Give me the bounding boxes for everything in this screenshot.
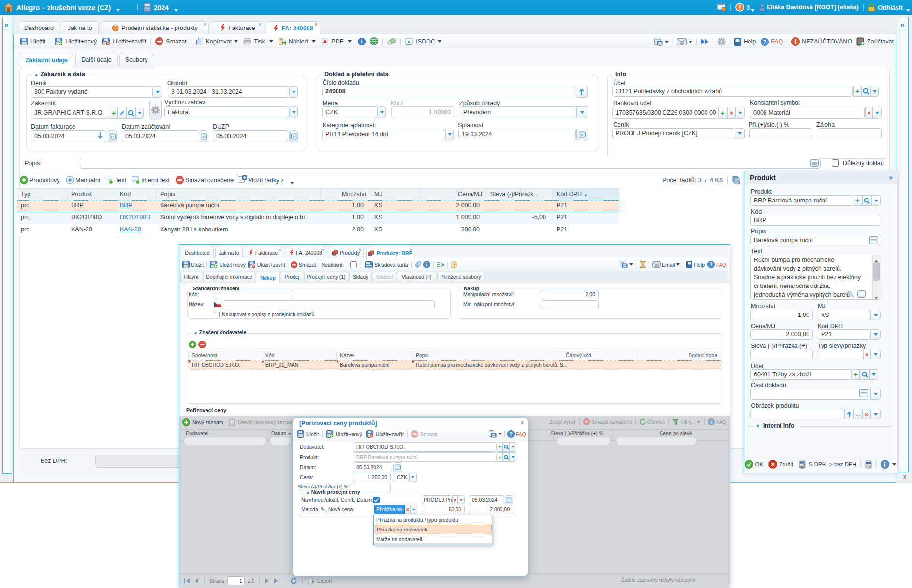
svg-text:?: ?	[763, 38, 766, 45]
